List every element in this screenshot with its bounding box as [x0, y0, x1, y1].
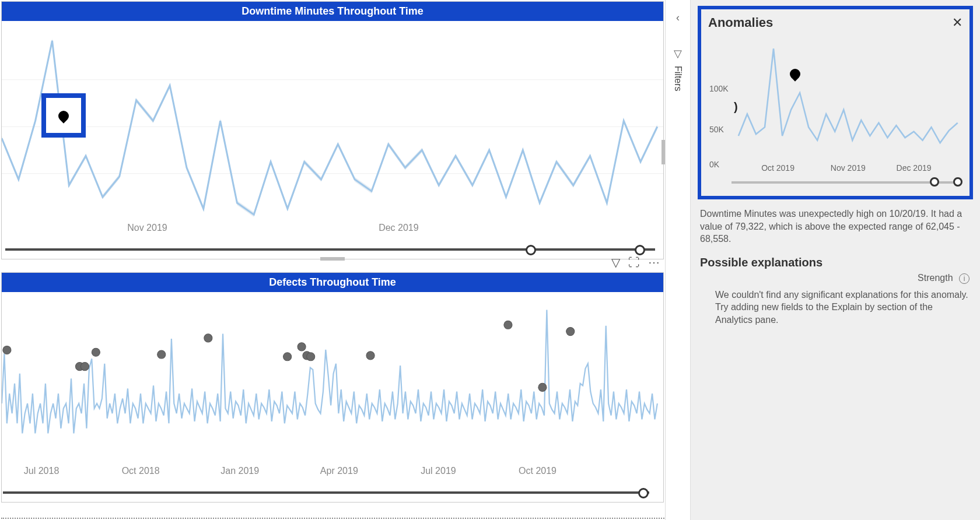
downtime-chart-card: Downtime Minutes Throughout Time Nov 201… [1, 1, 664, 259]
x-tick: Oct 2018 [122, 466, 160, 476]
explanations-body: We couldn't find any significant explana… [715, 289, 971, 326]
filter-icon[interactable]: ▽ [611, 255, 620, 269]
more-options-icon[interactable]: ⋯ [648, 255, 660, 269]
anomalies-title: Anomalies [708, 15, 773, 30]
x-tick: Oct 2019 [761, 163, 794, 173]
x-tick: Jul 2018 [24, 466, 60, 476]
collapse-filters-icon[interactable]: ‹ [676, 12, 680, 24]
defects-card-toolbar: ▽ ⛶ ⋯ [611, 255, 660, 269]
downtime-x-axis: Nov 2019Dec 2019 [2, 223, 663, 233]
x-tick: Apr 2019 [320, 466, 358, 476]
downtime-slider-end[interactable] [635, 245, 645, 255]
anomaly-summary-text: Downtime Minutes was unexpectedly high o… [700, 208, 971, 245]
filters-rail: ‹ ▽ Filters [665, 0, 691, 520]
defects-slider-end[interactable] [638, 488, 649, 498]
anomalies-card: Anomalies ✕ 100K 50K 0K ) Oct 2019Nov 20… [698, 6, 973, 199]
svg-point-3 [3, 346, 11, 354]
svg-point-16 [566, 327, 575, 335]
selected-anomaly-highlight[interactable] [41, 93, 86, 138]
mini-slider-end[interactable] [953, 177, 963, 187]
defects-chart-body[interactable]: Jul 2018Oct 2018Jan 2019Apr 2019Jul 2019… [2, 292, 663, 502]
svg-point-8 [204, 334, 212, 342]
x-tick: Dec 2019 [897, 163, 932, 173]
defects-x-axis: Jul 2018Oct 2018Jan 2019Apr 2019Jul 2019… [2, 466, 663, 476]
mini-slider-start[interactable] [930, 177, 939, 187]
svg-point-6 [92, 348, 100, 356]
downtime-chart-title: Downtime Minutes Throughout Time [2, 2, 663, 21]
x-tick: Dec 2019 [379, 223, 419, 233]
downtime-chart-body[interactable]: Nov 2019Dec 2019 [2, 21, 663, 259]
info-icon[interactable]: i [959, 273, 970, 284]
svg-point-7 [158, 350, 166, 359]
possible-explanations-heading: Possible explanations [700, 256, 971, 269]
axis-break-icon: ) [734, 100, 738, 114]
svg-point-15 [538, 383, 547, 391]
svg-point-14 [504, 321, 512, 329]
strength-row: Strength i [698, 273, 973, 284]
mini-ytick-100k: 100K [709, 84, 729, 93]
funnel-icon[interactable]: ▽ [674, 47, 682, 60]
svg-point-10 [298, 343, 306, 351]
focus-mode-icon[interactable]: ⛶ [628, 256, 640, 269]
x-tick: Jan 2019 [220, 466, 259, 476]
mini-x-axis: Oct 2019Nov 2019Dec 2019 [708, 163, 963, 173]
x-tick: Nov 2019 [831, 163, 866, 173]
svg-point-5 [80, 363, 89, 371]
x-tick: Oct 2019 [519, 466, 556, 476]
svg-point-9 [284, 353, 292, 361]
svg-point-13 [366, 352, 374, 360]
downtime-range-slider[interactable] [5, 248, 655, 251]
x-tick: Jul 2019 [421, 466, 456, 476]
mini-ytick-50k: 50K [709, 125, 724, 134]
strength-label: Strength [918, 273, 953, 283]
section-divider [1, 518, 666, 519]
defects-chart-card: ▽ ⛶ ⋯ Defects Throughout Time Jul 2018Oc… [1, 272, 664, 503]
anomalies-mini-chart[interactable]: 100K 50K 0K ) Oct 2019Nov 2019Dec 2019 [708, 34, 963, 185]
svg-point-12 [307, 353, 315, 361]
filters-label[interactable]: Filters [673, 66, 683, 92]
defects-range-slider[interactable] [3, 491, 649, 494]
mini-range-slider[interactable] [732, 181, 959, 184]
anomalies-panel: Anomalies ✕ 100K 50K 0K ) Oct 2019Nov 20… [691, 0, 980, 520]
x-tick: Nov 2019 [127, 223, 167, 233]
defects-chart-title: Defects Throughout Time [2, 273, 663, 292]
downtime-slider-start[interactable] [526, 245, 536, 255]
close-icon[interactable]: ✕ [952, 15, 963, 30]
